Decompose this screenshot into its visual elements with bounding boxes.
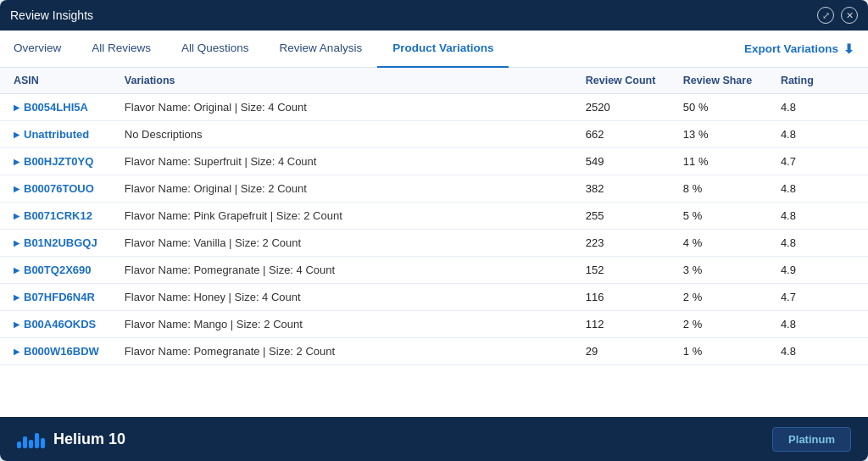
table-row: ▶B00076TOUOFlavor Name: Original | Size:…	[0, 175, 868, 203]
cell-rating: 4.8	[771, 121, 868, 148]
table-row: ▶B0054LHI5AFlavor Name: Original | Size:…	[0, 94, 868, 121]
row-arrow: ▶	[14, 347, 19, 356]
close-button[interactable]: ✕	[841, 7, 858, 24]
cell-rating: 4.7	[771, 148, 868, 175]
cell-review-share: 2 %	[673, 284, 771, 311]
nav-bar: Overview All Reviews All Questions Revie…	[0, 31, 868, 68]
asin-value[interactable]: B0071CRK12	[24, 209, 92, 222]
tab-all-questions[interactable]: All Questions	[166, 31, 264, 68]
cell-asin: ▶B00A46OKDS	[0, 311, 114, 337]
cell-review-count: 29	[576, 338, 673, 365]
title-bar-icons: ⤢ ✕	[817, 7, 858, 24]
tab-product-variations[interactable]: Product Variations	[377, 31, 509, 68]
cell-review-share: 50 %	[673, 94, 771, 121]
cell-rating: 4.8	[771, 203, 868, 230]
cell-asin: ▶B000W16BDW	[0, 338, 114, 364]
platinum-label: Platinum	[788, 433, 835, 446]
bar1	[17, 442, 21, 448]
title-bar: Review Insights ⤢ ✕	[0, 0, 868, 31]
variations-table: ASIN Variations Review Count Review Shar…	[0, 68, 868, 365]
row-arrow: ▶	[14, 239, 19, 247]
cell-asin: ▶B07HFD6N4R	[0, 284, 114, 310]
cell-review-share: 2 %	[673, 311, 771, 338]
asin-value[interactable]: B01N2UBGQJ	[24, 236, 97, 249]
cell-variation: Flavor Name: Original | Size: 2 Count	[114, 175, 576, 203]
cell-variation: Flavor Name: Superfruit | Size: 4 Count	[114, 148, 576, 175]
cell-asin: ▶B0054LHI5A	[0, 94, 114, 120]
cell-rating: 4.8	[771, 338, 868, 365]
table-wrapper: ASIN Variations Review Count Review Shar…	[0, 68, 868, 417]
cell-asin: ▶B00076TOUO	[0, 175, 114, 202]
row-arrow: ▶	[14, 103, 19, 112]
cell-review-count: 662	[576, 121, 673, 148]
cell-variation: Flavor Name: Pomegranate | Size: 4 Count	[114, 257, 576, 284]
bar5	[41, 438, 45, 448]
cell-rating: 4.7	[771, 284, 868, 311]
tab-all-reviews[interactable]: All Reviews	[76, 31, 166, 68]
table-body: ▶B0054LHI5AFlavor Name: Original | Size:…	[0, 94, 868, 365]
cell-variation: Flavor Name: Honey | Size: 4 Count	[114, 284, 576, 311]
bar2	[23, 436, 27, 448]
table-header-row: ASIN Variations Review Count Review Shar…	[0, 68, 868, 94]
row-arrow: ▶	[14, 293, 19, 302]
close-icon: ✕	[846, 10, 854, 21]
header-rating: Rating	[771, 68, 868, 94]
expand-button[interactable]: ⤢	[817, 7, 834, 24]
header-variations: Variations	[114, 68, 576, 94]
cell-review-share: 11 %	[673, 148, 771, 175]
row-arrow: ▶	[14, 185, 19, 193]
cell-review-count: 2520	[576, 94, 673, 121]
tab-review-analysis[interactable]: Review Analysis	[264, 31, 378, 68]
cell-review-share: 3 %	[673, 257, 771, 284]
cell-review-share: 8 %	[673, 175, 771, 203]
cell-review-count: 116	[576, 284, 673, 311]
table-row: ▶B07HFD6N4RFlavor Name: Honey | Size: 4 …	[0, 284, 868, 311]
row-arrow: ▶	[14, 158, 19, 166]
download-icon: ⬇	[843, 42, 854, 57]
cell-asin: ▶Unattributed	[0, 121, 114, 147]
table-row: ▶B0071CRK12Flavor Name: Pink Grapefruit …	[0, 203, 868, 230]
cell-review-count: 223	[576, 230, 673, 257]
header-review-count: Review Count	[576, 68, 673, 94]
export-label: Export Variations	[744, 42, 838, 55]
row-arrow: ▶	[14, 212, 19, 220]
row-arrow: ▶	[14, 131, 19, 139]
cell-rating: 4.8	[771, 230, 868, 257]
platinum-badge: Platinum	[772, 427, 851, 452]
cell-review-count: 152	[576, 257, 673, 284]
table-row: ▶UnattributedNo Descriptions66213 %4.8	[0, 121, 868, 148]
helium-logo-text: Helium 10	[53, 430, 125, 448]
helium-logo-icon	[17, 430, 45, 448]
row-arrow: ▶	[14, 266, 19, 275]
cell-asin: ▶B00HJZT0YQ	[0, 148, 114, 175]
title-bar-left: Review Insights	[10, 8, 93, 22]
asin-value[interactable]: B00A46OKDS	[24, 318, 96, 330]
export-variations-button[interactable]: Export Variations ⬇	[744, 42, 854, 57]
main-content: ASIN Variations Review Count Review Shar…	[0, 68, 868, 417]
asin-value[interactable]: B000W16BDW	[24, 345, 99, 358]
asin-value[interactable]: B0054LHI5A	[24, 101, 88, 114]
cell-asin: ▶B00TQ2X690	[0, 257, 114, 283]
cell-variation: No Descriptions	[114, 121, 576, 148]
row-arrow: ▶	[14, 320, 19, 329]
asin-value[interactable]: B00HJZT0YQ	[24, 155, 93, 168]
cell-review-share: 5 %	[673, 203, 771, 230]
header-asin: ASIN	[0, 68, 114, 94]
asin-value[interactable]: B00TQ2X690	[24, 264, 92, 276]
expand-icon: ⤢	[822, 10, 830, 21]
table-row: ▶B01N2UBGQJFlavor Name: Vanilla | Size: …	[0, 230, 868, 257]
app-title: Review Insights	[10, 8, 93, 22]
app-window: Review Insights ⤢ ✕ Overview All Reviews…	[0, 0, 868, 461]
table-row: ▶B000W16BDWFlavor Name: Pomegranate | Si…	[0, 338, 868, 365]
tab-overview[interactable]: Overview	[14, 31, 76, 68]
asin-value[interactable]: Unattributed	[24, 128, 89, 141]
helium-logo: Helium 10	[17, 430, 125, 448]
table-row: ▶B00HJZT0YQFlavor Name: Superfruit | Siz…	[0, 148, 868, 175]
asin-value[interactable]: B07HFD6N4R	[24, 291, 95, 303]
cell-variation: Flavor Name: Pomegranate | Size: 2 Count	[114, 338, 576, 365]
cell-rating: 4.8	[771, 311, 868, 338]
cell-review-count: 382	[576, 175, 673, 203]
asin-value[interactable]: B00076TOUO	[24, 182, 94, 195]
cell-review-count: 255	[576, 203, 673, 230]
cell-review-share: 13 %	[673, 121, 771, 148]
